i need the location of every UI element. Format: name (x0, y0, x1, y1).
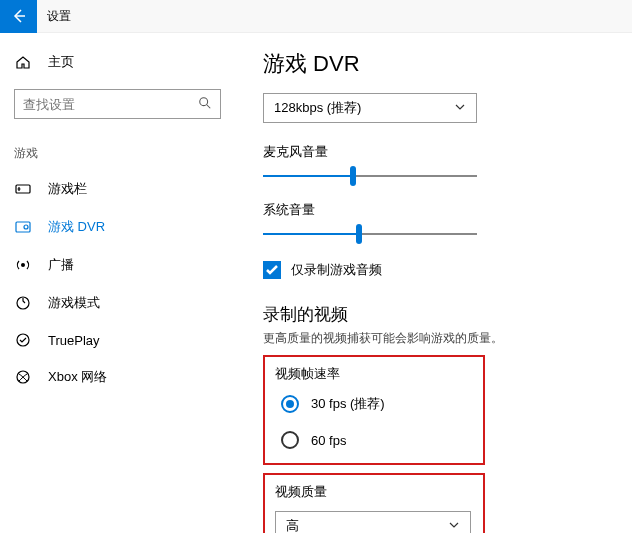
recorded-video-note: 更高质量的视频捕获可能会影响游戏的质量。 (263, 330, 612, 347)
bitrate-value: 128kbps (推荐) (274, 99, 361, 117)
dvr-icon (14, 219, 32, 235)
radio-button (281, 431, 299, 449)
mic-volume-label: 麦克风音量 (263, 143, 612, 161)
svg-point-6 (17, 334, 29, 346)
broadcast-icon (14, 257, 32, 273)
sys-volume-slider[interactable] (263, 223, 477, 245)
home-label: 主页 (48, 53, 74, 71)
framerate-label: 视频帧速率 (275, 365, 473, 383)
trueplay-icon (14, 332, 32, 348)
sidebar-item-dvr[interactable]: 游戏 DVR (0, 208, 235, 246)
sidebar-item-label: TruePlay (48, 333, 100, 348)
sys-volume-block: 系统音量 (263, 201, 612, 245)
sidebar-item-gamebar[interactable]: 游戏栏 (0, 170, 235, 208)
sidebar-item-trueplay[interactable]: TruePlay (0, 322, 235, 358)
sidebar-item-label: 游戏模式 (48, 294, 100, 312)
quality-dropdown[interactable]: 高 (275, 511, 471, 533)
radio-button (281, 395, 299, 413)
chevron-down-icon (448, 519, 460, 534)
radio-60fps[interactable]: 60 fps (281, 431, 473, 449)
search-input[interactable] (23, 97, 198, 112)
radio-label: 30 fps (推荐) (311, 395, 385, 413)
sidebar-item-broadcast[interactable]: 广播 (0, 246, 235, 284)
sidebar-item-label: 广播 (48, 256, 74, 274)
sidebar-item-gamemode[interactable]: 游戏模式 (0, 284, 235, 322)
svg-point-4 (21, 263, 25, 267)
window-title: 设置 (47, 8, 71, 25)
slider-fill (263, 175, 353, 177)
arrow-left-icon (11, 8, 27, 24)
home-icon (14, 54, 32, 70)
main: 游戏 DVR 128kbps (推荐) 麦克风音量 系统音量 仅录制游戏音频 (235, 33, 632, 533)
sidebar-section-label: 游戏 (0, 119, 235, 170)
sidebar-item-label: 游戏栏 (48, 180, 87, 198)
quality-value: 高 (286, 517, 299, 533)
sys-volume-label: 系统音量 (263, 201, 612, 219)
mic-volume-block: 麦克风音量 (263, 143, 612, 187)
sidebar-item-xbox[interactable]: Xbox 网络 (0, 358, 235, 396)
framerate-highlight-box: 视频帧速率 30 fps (推荐) 60 fps (263, 355, 485, 465)
content: 主页 游戏 游戏栏 游戏 DVR 广播 游戏模式 TruePlay (0, 33, 632, 533)
slider-thumb[interactable] (350, 166, 356, 186)
only-game-audio-checkbox[interactable]: 仅录制游戏音频 (263, 261, 612, 279)
slider-fill (263, 233, 359, 235)
chevron-down-icon (454, 101, 466, 116)
page-title: 游戏 DVR (263, 49, 612, 79)
search-box[interactable] (14, 89, 221, 119)
radio-30fps[interactable]: 30 fps (推荐) (281, 395, 473, 413)
search-icon (198, 96, 212, 113)
svg-point-3 (24, 225, 28, 229)
radio-label: 60 fps (311, 433, 346, 448)
bitrate-dropdown[interactable]: 128kbps (推荐) (263, 93, 477, 123)
checkbox-label: 仅录制游戏音频 (291, 261, 382, 279)
checkbox-box (263, 261, 281, 279)
quality-highlight-box: 视频质量 高 (263, 473, 485, 533)
quality-label: 视频质量 (275, 483, 473, 501)
home-link[interactable]: 主页 (0, 45, 235, 79)
recorded-video-heading: 录制的视频 (263, 303, 612, 326)
xbox-icon (14, 369, 32, 385)
slider-thumb[interactable] (356, 224, 362, 244)
sidebar-item-label: Xbox 网络 (48, 368, 107, 386)
mic-volume-slider[interactable] (263, 165, 477, 187)
gamemode-icon (14, 295, 32, 311)
sidebar: 主页 游戏 游戏栏 游戏 DVR 广播 游戏模式 TruePlay (0, 33, 235, 533)
check-icon (265, 263, 279, 277)
sidebar-item-label: 游戏 DVR (48, 218, 105, 236)
back-button[interactable] (0, 0, 37, 33)
svg-point-0 (200, 97, 208, 105)
gamebar-icon (14, 181, 32, 197)
title-bar: 设置 (0, 0, 632, 33)
